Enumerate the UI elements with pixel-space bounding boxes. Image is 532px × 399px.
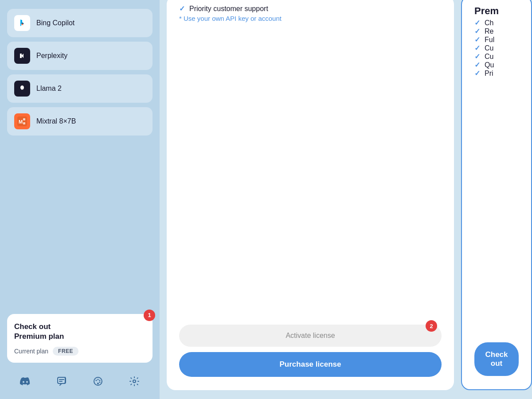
svg-text:M: M <box>19 119 23 124</box>
svg-point-15 <box>133 380 136 383</box>
sidebar-item-llama2-label: Llama 2 <box>36 85 62 93</box>
sidebar-bottom <box>7 369 153 390</box>
current-plan-card: ✓ Priority customer support * Use your o… <box>167 0 454 390</box>
current-plan-label: Current plan <box>14 348 48 355</box>
premium-feature-6: ✓ Qu <box>474 61 519 69</box>
premium-feature-3: ✓ Ful <box>474 35 519 44</box>
premium-feature-7: ✓ Pri <box>474 69 519 77</box>
sidebar-item-llama2[interactable]: Llama 2 <box>7 74 153 103</box>
premium-plan-title: Prem <box>474 5 519 17</box>
svg-point-10 <box>96 380 97 381</box>
svg-point-14 <box>97 383 99 384</box>
sidebar-item-mixtral[interactable]: M Mixtral 8×7B <box>7 107 153 136</box>
perplexity-icon <box>14 48 30 64</box>
sidebar-item-perplexity-label: Perplexity <box>36 52 67 60</box>
discord-icon[interactable] <box>16 372 34 390</box>
sidebar-item-mixtral-label: Mixtral 8×7B <box>36 117 76 125</box>
premium-feature-5: ✓ Cu <box>474 52 519 61</box>
bing-icon <box>14 15 30 31</box>
api-key-note: * Use your own API key or account <box>179 15 442 22</box>
sidebar-nav: Bing Copilot Perplexity Llama 2 <box>7 9 153 314</box>
svg-point-12 <box>99 380 101 381</box>
premium-feature-2: ✓ Re <box>474 27 519 35</box>
checkout-button[interactable]: Check out <box>474 342 519 376</box>
sidebar-item-perplexity[interactable]: Perplexity <box>7 42 153 70</box>
free-badge: FREE <box>53 347 78 356</box>
feature-priority-support-label: Priority customer support <box>189 5 268 13</box>
llama-icon <box>14 81 30 97</box>
activate-badge: 2 <box>426 320 437 332</box>
sidebar-item-bing-copilot-label: Bing Copilot <box>36 19 74 27</box>
mixtral-icon: M <box>14 113 30 129</box>
sidebar: Bing Copilot Perplexity Llama 2 <box>0 0 160 399</box>
svg-point-13 <box>99 382 101 383</box>
premium-feature-1: ✓ Ch <box>474 19 519 27</box>
feature-priority-support: ✓ Priority customer support <box>179 4 442 13</box>
svg-point-11 <box>98 379 99 380</box>
svg-rect-4 <box>23 118 25 120</box>
premium-feature-4: ✓ Cu <box>474 44 519 52</box>
premium-card-plan: Current plan FREE <box>14 347 145 356</box>
activate-license-button[interactable]: Activate license 2 <box>179 325 442 347</box>
svg-rect-6 <box>58 377 66 384</box>
sidebar-item-bing-copilot[interactable]: Bing Copilot <box>7 9 153 37</box>
settings-icon[interactable] <box>125 372 143 390</box>
main-content: ✓ Priority customer support * Use your o… <box>160 0 532 399</box>
premium-plan-card: Prem ✓ Ch ✓ Re ✓ Ful ✓ Cu ✓ Cu ✓ <box>461 0 532 390</box>
premium-card-title: Check out Premium plan <box>14 322 145 341</box>
buttons-area: Activate license 2 Purchase license <box>179 325 442 377</box>
premium-badge: 1 <box>144 310 155 321</box>
svg-rect-5 <box>23 122 25 124</box>
purchase-license-button[interactable]: Purchase license <box>179 352 442 377</box>
premium-card[interactable]: 1 Check out Premium plan Current plan FR… <box>7 314 153 363</box>
palette-icon[interactable] <box>89 372 107 390</box>
feedback-icon[interactable] <box>53 372 70 390</box>
